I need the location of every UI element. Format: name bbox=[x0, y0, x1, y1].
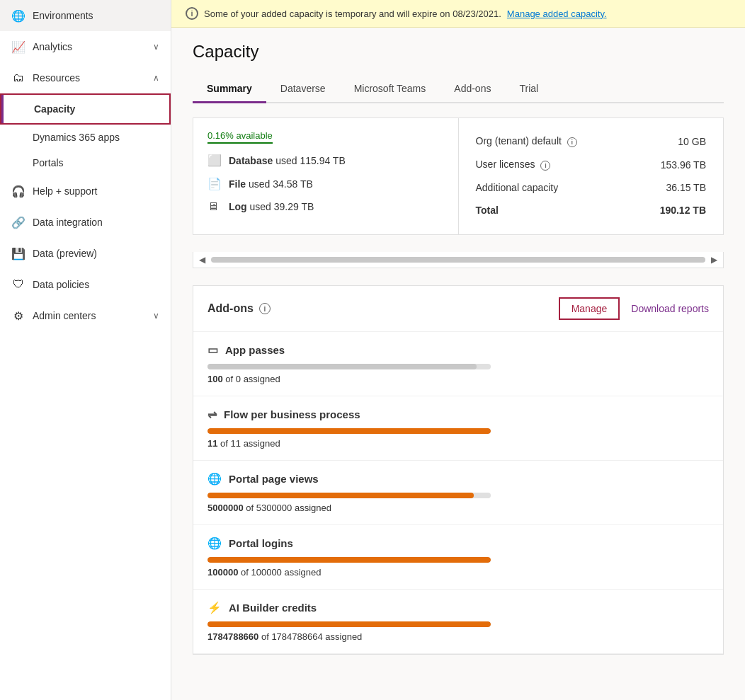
chevron-up-icon: ∧ bbox=[153, 73, 159, 83]
ai-builder-assigned-text: 1784788660 of 1784788664 assigned bbox=[207, 631, 709, 642]
page-title: Capacity bbox=[193, 42, 724, 62]
metrics-label: Additional capacity bbox=[473, 176, 632, 199]
database-row: ⬜ Database used 115.94 TB bbox=[207, 154, 444, 167]
scroll-left-arrow[interactable]: ◀ bbox=[199, 255, 205, 265]
log-label: Log used 39.29 TB bbox=[229, 201, 314, 212]
sidebar-item-analytics[interactable]: 📈 Analytics ∨ bbox=[0, 31, 171, 62]
banner-message: Some of your added capacity is temporary… bbox=[204, 8, 501, 19]
metrics-row-total: Total 190.12 TB bbox=[473, 199, 710, 222]
admin-centers-icon: ⚙ bbox=[11, 309, 25, 323]
sidebar-item-help[interactable]: 🎧 Help + support bbox=[0, 176, 171, 207]
addon-item-app-passes: ▭ App passes 100 of 0 assigned bbox=[193, 332, 723, 396]
addon-name-row: 🌐 Portal logins bbox=[207, 537, 709, 550]
sidebar-item-label: Data (preview) bbox=[33, 248, 97, 259]
flow-assigned-text: 11 of 11 assigned bbox=[207, 438, 709, 449]
tab-bar: Summary Dataverse Microsoft Teams Add-on… bbox=[193, 76, 724, 103]
ai-builder-progress-fill bbox=[207, 621, 491, 627]
portal-views-progress-track bbox=[207, 493, 491, 498]
info-icon-small: i bbox=[540, 161, 550, 171]
sidebar-item-label: Capacity bbox=[34, 103, 75, 115]
banner: i Some of your added capacity is tempora… bbox=[171, 0, 745, 28]
sidebar-item-label: Environments bbox=[33, 10, 93, 21]
metrics-row-additional: Additional capacity 36.15 TB bbox=[473, 176, 710, 199]
page-content: Capacity Summary Dataverse Microsoft Tea… bbox=[171, 28, 745, 700]
sidebar-item-environments[interactable]: 🌐 Environments bbox=[0, 0, 171, 31]
addon-name-row: ⚡ AI Builder credits bbox=[207, 601, 709, 614]
sidebar-item-dynamics365[interactable]: Dynamics 365 apps bbox=[0, 125, 171, 150]
addon-name-row: ▭ App passes bbox=[207, 343, 709, 357]
addon-item-ai-builder: ⚡ AI Builder credits 1784788660 of 17847… bbox=[193, 590, 723, 654]
addon-name-row: 🌐 Portal page views bbox=[207, 472, 709, 486]
scrollbar-row[interactable]: ◀ ▶ bbox=[193, 252, 724, 268]
available-pct: 0.16% available bbox=[207, 130, 273, 144]
help-icon: 🎧 bbox=[11, 184, 25, 198]
app-passes-progress-fill bbox=[207, 364, 477, 369]
addons-title: Add-ons i bbox=[207, 302, 271, 315]
log-row: 🖥 Log used 39.29 TB bbox=[207, 200, 444, 213]
metrics-value: 36.15 TB bbox=[632, 176, 709, 199]
manage-capacity-link[interactable]: Manage added capacity. bbox=[507, 8, 607, 19]
addon-label: Portal page views bbox=[229, 473, 319, 485]
sidebar-item-data-policies[interactable]: 🛡 Data policies bbox=[0, 269, 171, 300]
sidebar-item-data-preview[interactable]: 💾 Data (preview) bbox=[0, 238, 171, 269]
addon-item-portal-page-views: 🌐 Portal page views 5000000 of 5300000 a… bbox=[193, 461, 723, 525]
metrics-row-user: User licenses i 153.96 TB bbox=[473, 153, 710, 176]
chevron-down-icon: ∨ bbox=[153, 311, 159, 321]
portal-views-progress-fill bbox=[207, 493, 474, 498]
file-icon: 📄 bbox=[207, 177, 222, 190]
ai-builder-progress-track bbox=[207, 621, 491, 627]
app-passes-progress-track bbox=[207, 364, 491, 369]
summary-area: 0.16% available ⬜ Database used 115.94 T… bbox=[193, 117, 724, 235]
sidebar-item-label: Help + support bbox=[33, 185, 97, 197]
scroll-right-arrow[interactable]: ▶ bbox=[711, 255, 717, 265]
metrics-label: Org (tenant) default i bbox=[473, 130, 632, 153]
app-passes-assigned-text: 100 of 0 assigned bbox=[207, 374, 709, 384]
addon-label: App passes bbox=[225, 344, 285, 356]
tab-trial[interactable]: Trial bbox=[505, 76, 552, 103]
sidebar-item-label: Dynamics 365 apps bbox=[33, 132, 120, 143]
data-preview-icon: 💾 bbox=[11, 246, 25, 260]
tab-summary[interactable]: Summary bbox=[193, 76, 266, 103]
metrics-value: 153.96 TB bbox=[632, 153, 709, 176]
tab-dataverse[interactable]: Dataverse bbox=[266, 76, 340, 103]
scroll-track[interactable] bbox=[211, 257, 705, 263]
addon-label: AI Builder credits bbox=[229, 602, 317, 614]
addon-label: Flow per business process bbox=[224, 408, 360, 420]
addons-header: Add-ons i Manage Download reports bbox=[193, 286, 723, 332]
portal-views-assigned-text: 5000000 of 5300000 assigned bbox=[207, 503, 709, 513]
download-reports-link[interactable]: Download reports bbox=[631, 303, 709, 314]
addons-title-text: Add-ons bbox=[207, 302, 254, 315]
environments-icon: 🌐 bbox=[11, 8, 25, 23]
addons-actions: Manage Download reports bbox=[559, 297, 709, 320]
tab-addons[interactable]: Add-ons bbox=[440, 76, 505, 103]
chevron-down-icon: ∨ bbox=[153, 42, 159, 52]
tab-teams[interactable]: Microsoft Teams bbox=[340, 76, 440, 103]
addons-section: Add-ons i Manage Download reports ▭ App … bbox=[193, 285, 724, 655]
sidebar-item-label: Data policies bbox=[33, 279, 89, 290]
app-passes-icon: ▭ bbox=[207, 343, 218, 357]
addon-item-flow-per-business: ⇌ Flow per business process 11 of 11 ass… bbox=[193, 396, 723, 461]
addons-info-icon: i bbox=[259, 303, 271, 314]
flow-icon: ⇌ bbox=[207, 408, 217, 421]
database-icon: ⬜ bbox=[207, 154, 222, 167]
manage-button[interactable]: Manage bbox=[559, 297, 620, 320]
sidebar-item-admin-centers[interactable]: ⚙ Admin centers ∨ bbox=[0, 300, 171, 331]
log-icon: 🖥 bbox=[207, 200, 222, 213]
portal-logins-icon: 🌐 bbox=[207, 537, 222, 550]
sidebar-item-label: Portals bbox=[33, 157, 64, 168]
sidebar-item-label: Resources bbox=[33, 72, 80, 84]
data-integration-icon: 🔗 bbox=[11, 215, 25, 229]
summary-card-storage: 0.16% available ⬜ Database used 115.94 T… bbox=[193, 117, 458, 235]
file-label: File used 34.58 TB bbox=[229, 178, 313, 190]
sidebar-item-portals[interactable]: Portals bbox=[0, 150, 171, 176]
sidebar-item-capacity[interactable]: Capacity bbox=[0, 93, 171, 125]
portal-views-icon: 🌐 bbox=[207, 472, 222, 486]
sidebar-item-data-integration[interactable]: 🔗 Data integration bbox=[0, 207, 171, 238]
sidebar-item-resources[interactable]: 🗂 Resources ∧ bbox=[0, 62, 171, 93]
metrics-value: 10 GB bbox=[632, 130, 709, 153]
sidebar-item-label: Data integration bbox=[33, 217, 103, 228]
sidebar: 🌐 Environments 📈 Analytics ∨ 🗂 Resources… bbox=[0, 0, 171, 700]
metrics-label: User licenses i bbox=[473, 153, 632, 176]
metrics-label: Total bbox=[473, 199, 632, 222]
sidebar-item-label: Analytics bbox=[33, 41, 72, 52]
